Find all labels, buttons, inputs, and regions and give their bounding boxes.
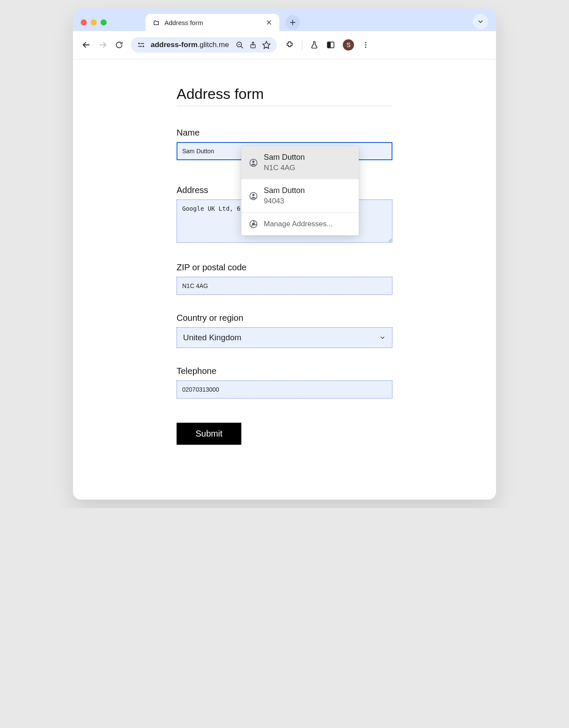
bookmark-star-icon[interactable] <box>262 41 271 49</box>
autofill-suggestion-1[interactable]: Sam Dutton 94043 <box>241 179 359 212</box>
browser-tab[interactable]: Address form <box>145 14 279 31</box>
svg-marker-14 <box>263 41 270 49</box>
telephone-label: Telephone <box>177 366 392 376</box>
autofill-suggestion-0[interactable]: Sam Dutton N1C 4AG <box>241 146 359 179</box>
site-settings-icon[interactable] <box>137 42 145 48</box>
telephone-input[interactable] <box>177 380 392 399</box>
manage-addresses-label: Manage Addresses... <box>264 220 333 228</box>
country-selected-value: United Kingdom <box>183 333 241 342</box>
tab-favicon <box>152 19 160 26</box>
window-controls <box>81 19 107 25</box>
separator <box>302 40 302 50</box>
svg-point-23 <box>252 193 254 196</box>
tabs-dropdown-button[interactable] <box>473 14 488 29</box>
new-tab-button[interactable] <box>285 15 300 30</box>
kebab-menu-icon[interactable] <box>362 41 370 49</box>
submit-button[interactable]: Submit <box>177 423 241 445</box>
browser-window: Address form address-form.glitch. <box>73 9 496 500</box>
svg-rect-16 <box>328 42 331 47</box>
labs-icon[interactable] <box>310 41 319 49</box>
name-field-block: Name Sam Dutton N1C 4AG <box>177 128 392 160</box>
telephone-field-block: Telephone <box>177 366 392 399</box>
zip-input[interactable] <box>177 277 392 295</box>
svg-point-8 <box>142 46 144 47</box>
toolbar-actions: S <box>285 39 370 51</box>
address-form: Address form Name Sam Dutton N1C 4AG <box>177 85 392 445</box>
submit-label: Submit <box>196 429 222 438</box>
autofill-suggestion-detail: N1C 4AG <box>264 164 305 172</box>
zip-field-block: ZIP or postal code <box>177 263 392 295</box>
back-button[interactable] <box>82 40 91 50</box>
url-rest: .glitch.me <box>198 41 229 49</box>
svg-rect-7 <box>140 43 144 44</box>
autofill-suggestion-detail: 94043 <box>264 197 305 206</box>
extensions-icon[interactable] <box>285 41 294 49</box>
reload-button[interactable] <box>114 40 124 50</box>
url-host: address-form <box>151 41 198 49</box>
sidepanel-icon[interactable] <box>326 41 335 49</box>
svg-point-19 <box>365 47 367 48</box>
svg-point-17 <box>365 42 367 43</box>
close-window-button[interactable] <box>81 19 87 25</box>
person-icon <box>249 158 258 167</box>
country-field-block: Country or region United Kingdom <box>177 313 392 348</box>
manage-addresses-link[interactable]: Manage Addresses... <box>241 213 359 235</box>
zoom-window-button[interactable] <box>101 19 107 25</box>
url-text: address-form.glitch.me <box>151 41 229 49</box>
share-icon[interactable] <box>249 41 257 49</box>
svg-point-6 <box>138 43 140 44</box>
avatar-initial: S <box>347 41 351 48</box>
chrome-tabstrip: Address form <box>73 9 496 31</box>
autofill-popup: Sam Dutton N1C 4AG Sam Dutton 94043 <box>241 146 359 235</box>
country-label: Country or region <box>177 313 392 323</box>
forward-button[interactable] <box>98 40 107 50</box>
svg-line-11 <box>241 46 243 48</box>
zoom-icon[interactable] <box>236 41 244 49</box>
autofill-suggestion-name: Sam Dutton <box>264 186 305 195</box>
svg-point-18 <box>365 44 367 46</box>
address-bar[interactable]: address-form.glitch.me <box>131 37 277 53</box>
svg-point-21 <box>252 160 254 162</box>
tab-title: Address form <box>164 19 261 26</box>
chevron-down-icon <box>379 334 386 341</box>
name-label: Name <box>177 128 392 138</box>
person-icon <box>249 192 258 200</box>
chrome-toolbar: address-form.glitch.me <box>73 31 496 59</box>
chrome-icon <box>249 220 258 228</box>
page-title: Address form <box>177 85 392 102</box>
autofill-suggestion-name: Sam Dutton <box>264 153 305 162</box>
page-content: Address form Name Sam Dutton N1C 4AG <box>73 59 496 500</box>
minimize-window-button[interactable] <box>91 19 97 25</box>
svg-rect-9 <box>138 46 142 47</box>
country-select[interactable]: United Kingdom <box>177 327 392 348</box>
close-tab-button[interactable] <box>266 19 272 26</box>
zip-label: ZIP or postal code <box>177 263 392 272</box>
title-divider <box>177 106 392 106</box>
profile-avatar[interactable]: S <box>343 39 354 51</box>
